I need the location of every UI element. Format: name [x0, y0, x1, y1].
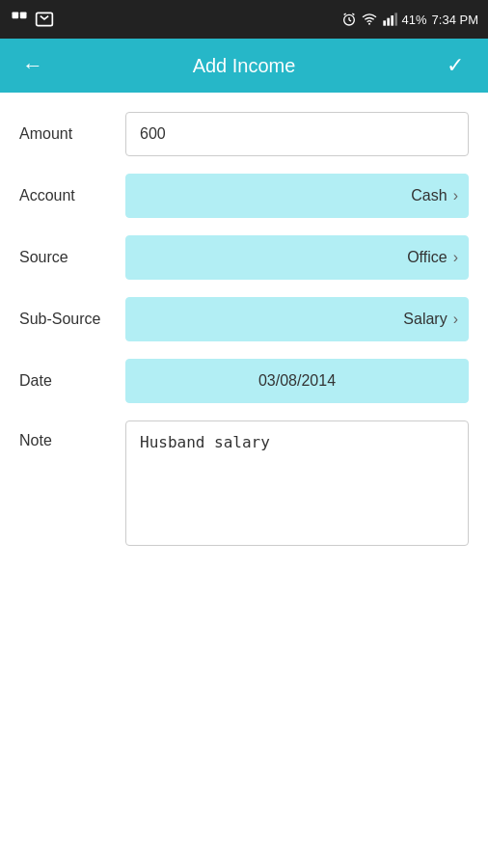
source-chevron-icon: ›: [453, 249, 458, 266]
date-picker[interactable]: 03/08/2014: [125, 359, 469, 403]
svg-point-8: [368, 23, 370, 25]
svg-rect-10: [387, 18, 390, 26]
account-label: Account: [19, 187, 125, 204]
alarm-icon: [341, 12, 357, 27]
svg-rect-11: [391, 15, 393, 26]
account-value: Cash: [140, 187, 453, 204]
time-text: 7:34 PM: [432, 13, 478, 27]
status-bar-left-icons: [10, 10, 54, 29]
subsource-label: Sub-Source: [19, 311, 125, 328]
source-label: Source: [19, 249, 125, 266]
svg-rect-9: [383, 20, 386, 25]
date-value: 03/08/2014: [258, 372, 336, 390]
source-select[interactable]: Office ›: [125, 235, 469, 280]
subsource-select[interactable]: Salary ›: [125, 297, 469, 341]
signal-icon: [382, 12, 397, 27]
status-icons: 41% 7:34 PM: [341, 12, 478, 27]
svg-line-6: [343, 14, 345, 14]
amount-row: Amount: [19, 112, 469, 156]
status-bar: 41% 7:34 PM: [0, 0, 488, 39]
svg-rect-1: [20, 13, 27, 19]
svg-line-7: [352, 14, 354, 14]
app-icon-2: [35, 10, 54, 29]
confirm-button[interactable]: ✓: [438, 53, 473, 78]
subsource-value: Salary: [140, 311, 453, 328]
date-label: Date: [19, 372, 125, 390]
account-row: Account Cash ›: [19, 174, 469, 218]
date-row: Date 03/08/2014: [19, 359, 469, 403]
note-row: Note Husband salary: [19, 420, 469, 546]
svg-rect-12: [394, 13, 397, 25]
subsource-chevron-icon: ›: [453, 311, 458, 328]
account-select[interactable]: Cash ›: [125, 174, 469, 218]
account-chevron-icon: ›: [453, 187, 458, 204]
battery-text: 41%: [402, 13, 427, 27]
form-content: Amount Account Cash › Source Office › Su…: [0, 93, 488, 583]
svg-line-5: [349, 20, 351, 21]
toolbar: ← Add Income ✓: [0, 39, 488, 93]
wifi-icon: [362, 12, 377, 27]
page-title: Add Income: [50, 55, 438, 77]
subsource-row: Sub-Source Salary ›: [19, 297, 469, 341]
source-value: Office: [140, 249, 453, 266]
note-label: Note: [19, 420, 125, 449]
source-row: Source Office ›: [19, 235, 469, 280]
back-button[interactable]: ←: [15, 53, 50, 78]
amount-label: Amount: [19, 125, 125, 143]
app-icon-1: [10, 10, 29, 29]
svg-rect-0: [13, 13, 19, 19]
amount-input[interactable]: [125, 112, 469, 156]
note-input[interactable]: Husband salary: [125, 420, 469, 546]
